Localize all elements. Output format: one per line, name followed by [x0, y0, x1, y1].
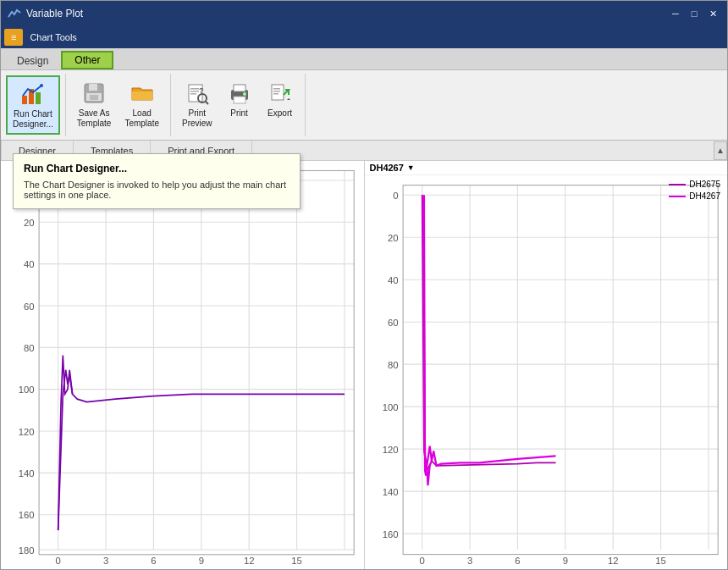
- tooltip-text: The Chart Designer is invoked to help yo…: [24, 180, 290, 200]
- run-chart-designer-button[interactable]: Run Chart Designer...: [6, 75, 60, 135]
- svg-text:180: 180: [19, 545, 35, 556]
- ribbon-collapse-button[interactable]: ▲: [714, 141, 727, 160]
- left-chart-inner: 0 20 40 60 80 100 120 140 160 180 0 3 6 …: [1, 161, 364, 569]
- window-title: Variable Plot: [26, 8, 83, 19]
- print-label: Print: [230, 108, 248, 119]
- svg-text:15: 15: [655, 556, 666, 566]
- legend-line-dh2675: [669, 184, 686, 185]
- svg-rect-19: [272, 85, 284, 100]
- print-preview-label: Print Preview: [182, 108, 212, 129]
- svg-text:12: 12: [244, 556, 255, 566]
- tooltip-popup: Run Chart Designer... The Chart Designer…: [13, 153, 301, 209]
- left-chart-panel: 0 20 40 60 80 100 120 140 160 180 0 3 6 …: [1, 161, 365, 569]
- load-template-button[interactable]: Load Template: [119, 75, 165, 133]
- minimize-button[interactable]: ─: [668, 6, 683, 21]
- right-chart-title-bar: DH4267 ▼: [365, 161, 728, 175]
- window-controls: ─ □ ✕: [668, 6, 720, 21]
- svg-text:20: 20: [387, 233, 398, 243]
- ribbon-group-print-items: ? Print Preview Print: [176, 75, 300, 135]
- svg-text:160: 160: [382, 529, 398, 540]
- svg-text:12: 12: [607, 556, 618, 566]
- svg-rect-9: [190, 88, 199, 90]
- right-chart-title: DH4267: [370, 163, 404, 173]
- export-icon: [267, 80, 294, 107]
- svg-rect-21: [273, 91, 280, 92]
- maximize-button[interactable]: □: [687, 6, 702, 21]
- close-button[interactable]: ✕: [705, 6, 720, 21]
- svg-rect-7: [90, 95, 98, 100]
- svg-text:120: 120: [19, 427, 35, 437]
- svg-text:140: 140: [19, 468, 35, 479]
- ribbon-group-designer-items: Run Chart Designer...: [6, 75, 60, 135]
- svg-text:0: 0: [393, 191, 398, 201]
- save-as-template-label: Save As Template: [77, 108, 112, 129]
- svg-marker-23: [287, 98, 290, 100]
- svg-text:6: 6: [515, 556, 520, 566]
- export-button[interactable]: Export: [261, 75, 300, 123]
- svg-text:140: 140: [382, 487, 398, 497]
- svg-text:20: 20: [24, 218, 35, 228]
- legend-label-dh2675: DH2675: [689, 180, 720, 189]
- right-chart-inner: DH2675 DH4267: [365, 175, 728, 569]
- svg-text:60: 60: [24, 301, 35, 311]
- svg-text:?: ?: [199, 86, 204, 95]
- svg-rect-59: [365, 175, 728, 569]
- title-bar-left: Variable Plot: [8, 7, 83, 20]
- ribbon-group-templates-items: Save As Template Load Template: [71, 75, 165, 135]
- svg-text:3: 3: [103, 556, 108, 566]
- ribbon-app-row: ≡ Chart Tools: [1, 26, 727, 48]
- print-button[interactable]: Print: [220, 75, 259, 123]
- legend-item-dh4267: DH4267: [669, 191, 720, 201]
- print-preview-icon: ?: [184, 80, 211, 107]
- load-template-icon: [129, 80, 156, 107]
- svg-text:9: 9: [562, 556, 567, 566]
- svg-text:15: 15: [291, 556, 302, 566]
- svg-rect-22: [273, 93, 279, 95]
- svg-text:40: 40: [24, 259, 35, 269]
- svg-text:0: 0: [56, 556, 61, 566]
- run-chart-designer-label: Run Chart Designer...: [13, 109, 53, 130]
- ribbon-group-templates: Save As Template Load Template: [66, 74, 171, 136]
- ribbon-tabs-row: Design Other: [1, 48, 727, 70]
- chart-title-dropdown-icon[interactable]: ▼: [407, 163, 415, 172]
- svg-rect-17: [234, 97, 245, 103]
- svg-text:60: 60: [387, 318, 398, 328]
- svg-text:3: 3: [466, 556, 472, 566]
- print-icon: [226, 80, 253, 107]
- tab-other[interactable]: Other: [61, 51, 113, 69]
- main-window: Variable Plot ─ □ ✕ ≡ Chart Tools Design…: [0, 0, 728, 570]
- print-preview-button[interactable]: ? Print Preview: [176, 75, 218, 133]
- right-chart-svg: 0 20 40 60 80 100 120 140 160 0 3 6 9 12…: [365, 175, 728, 569]
- app-icon: [8, 7, 21, 20]
- svg-rect-20: [273, 88, 280, 90]
- chart-tools-label: Chart Tools: [30, 32, 76, 42]
- tab-design[interactable]: Design: [4, 51, 61, 69]
- chart-legend: DH2675 DH4267: [669, 180, 720, 201]
- left-chart-svg: 0 20 40 60 80 100 120 140 160 180 0 3 6 …: [1, 161, 364, 569]
- svg-rect-11: [190, 93, 196, 95]
- legend-line-dh4267: [669, 196, 686, 197]
- svg-text:9: 9: [199, 556, 204, 566]
- save-template-icon: [80, 80, 108, 107]
- legend-item-dh2675: DH2675: [669, 180, 720, 189]
- svg-point-18: [243, 92, 246, 96]
- chart-area: 0 20 40 60 80 100 120 140 160 180 0 3 6 …: [1, 161, 727, 569]
- svg-rect-16: [234, 85, 245, 91]
- svg-text:40: 40: [387, 275, 398, 285]
- svg-text:6: 6: [151, 556, 156, 566]
- svg-rect-10: [190, 91, 199, 92]
- legend-label-dh4267: DH4267: [689, 191, 720, 201]
- ribbon-group-print-export: ? Print Preview Print: [171, 74, 306, 136]
- svg-text:120: 120: [382, 445, 398, 455]
- ribbon-content: Run Chart Designer...: [1, 70, 727, 141]
- svg-text:0: 0: [419, 556, 424, 566]
- ribbon-group-designer: Run Chart Designer...: [1, 74, 66, 136]
- load-template-label: Load Template: [124, 108, 159, 129]
- svg-text:100: 100: [19, 385, 35, 395]
- svg-text:160: 160: [19, 510, 35, 520]
- app-menu-button[interactable]: ≡: [4, 29, 23, 46]
- svg-text:80: 80: [24, 343, 35, 353]
- export-label: Export: [267, 108, 292, 119]
- save-as-template-button[interactable]: Save As Template: [71, 75, 118, 133]
- svg-rect-2: [36, 92, 41, 104]
